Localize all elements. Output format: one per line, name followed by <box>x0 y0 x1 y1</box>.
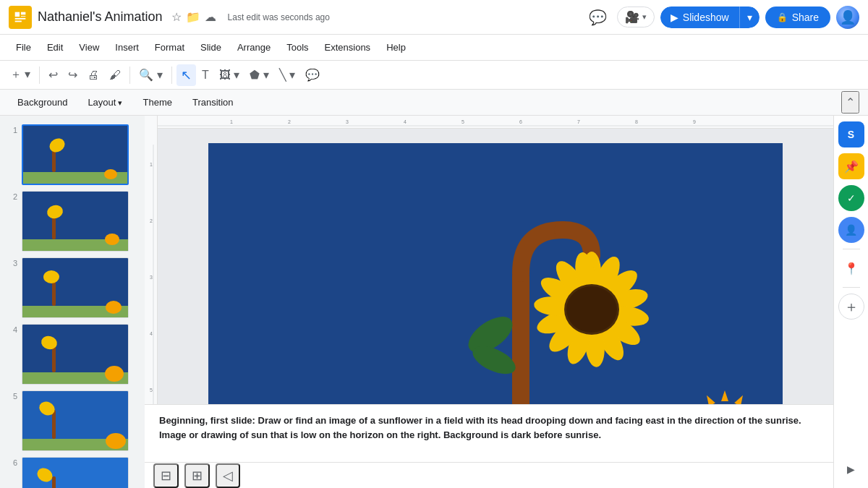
cloud-icon[interactable]: ☁ <box>205 10 216 24</box>
main-area: 1 2 <box>0 116 868 488</box>
menu-edit[interactable]: Edit <box>40 39 70 56</box>
transition-button[interactable]: Transition <box>184 94 242 111</box>
top-bar: Nathaniel's Animation ☆ 📁 ☁ Last edit wa… <box>0 0 868 35</box>
svg-rect-1 <box>21 12 25 14</box>
keep-icon[interactable]: 📌 <box>838 153 864 179</box>
print-button[interactable]: 🖨 <box>83 66 103 85</box>
svg-text:5: 5 <box>150 388 153 393</box>
expand-sidebar-button[interactable]: ▶ <box>838 456 864 482</box>
grid-view-small[interactable]: ⊟ <box>153 463 179 488</box>
svg-rect-0 <box>15 12 20 16</box>
menu-format[interactable]: Format <box>148 39 192 56</box>
user-avatar[interactable]: 👤 <box>836 6 859 29</box>
slide-item-4[interactable]: 4 <box>0 321 145 388</box>
slide-thumb-4 <box>22 324 129 385</box>
slide-panel: 1 2 <box>0 116 145 488</box>
zoom-button[interactable]: 🔍 ▾ <box>135 65 166 85</box>
folder-icon[interactable]: 📁 <box>186 10 200 24</box>
toolbar: ＋ ▾ ↩ ↪ 🖨 🖌 🔍 ▾ ↖ T 🖼 ▾ ⬟ ▾ ╲ ▾ 💬 <box>0 61 868 90</box>
vertical-ruler: 1 2 3 4 5 <box>145 116 158 404</box>
right-sidebar: S 📌 ✓ 👤 📍 ＋ ▶ <box>833 116 868 488</box>
sidebar-separator <box>843 249 860 249</box>
comment-tool[interactable]: 💬 <box>301 65 324 85</box>
toolbar-sep-1 <box>39 67 40 84</box>
svg-text:1: 1 <box>230 119 233 124</box>
menu-help[interactable]: Help <box>379 39 413 56</box>
svg-rect-2 <box>21 16 25 17</box>
slide-thumb-3 <box>22 257 129 318</box>
theme-button[interactable]: Theme <box>135 94 181 111</box>
tasks-icon[interactable]: ✓ <box>838 185 864 211</box>
sunflower-svg <box>208 143 783 404</box>
slideshow-button[interactable]: ▶ Slideshow <box>660 7 739 28</box>
shape-tool[interactable]: ⬟ ▾ <box>245 65 273 85</box>
share-button[interactable]: 🔒 Share <box>765 7 830 28</box>
note-area[interactable]: Beginning, first slide: Draw or find an … <box>145 404 833 462</box>
slideshow-dropdown[interactable]: ▾ <box>739 7 760 28</box>
star-icon[interactable]: ☆ <box>171 10 182 24</box>
select-tool[interactable]: ↖ <box>176 64 196 86</box>
menu-slide[interactable]: Slide <box>193 39 229 56</box>
sidebar-separator-2 <box>843 287 860 288</box>
collapse-toolbar-button[interactable]: ⌃ <box>841 91 859 114</box>
meet-button[interactable]: 🎥 ▾ <box>617 7 655 27</box>
doc-title: Nathaniel's Animation <box>38 9 163 25</box>
line-tool[interactable]: ╲ ▾ <box>275 65 299 85</box>
slide-num-6: 6 <box>6 457 17 467</box>
menu-arrange[interactable]: Arrange <box>230 39 278 56</box>
svg-marker-52 <box>704 393 715 404</box>
menu-view[interactable]: View <box>72 39 106 56</box>
svg-text:2: 2 <box>288 119 291 124</box>
svg-text:3: 3 <box>150 275 153 280</box>
menu-tools[interactable]: Tools <box>279 39 315 56</box>
slide-item-3[interactable]: 3 <box>0 254 145 321</box>
svg-rect-4 <box>15 20 22 22</box>
slide-canvas[interactable] <box>208 143 783 404</box>
canvas-wrapper: 1 2 3 4 5 1 2 3 4 <box>145 116 833 488</box>
svg-marker-49 <box>721 390 728 401</box>
slide-thumb-2 <box>22 191 129 252</box>
svg-rect-3 <box>15 17 26 19</box>
slide-thumb-6 <box>22 457 129 488</box>
maps-icon[interactable]: 📍 <box>838 255 864 281</box>
sheets-icon[interactable]: S <box>838 121 864 147</box>
add-addon-button[interactable]: ＋ <box>838 294 864 320</box>
grid-view-large[interactable]: ⊞ <box>184 463 210 488</box>
svg-text:9: 9 <box>693 119 696 124</box>
comment-button[interactable]: 💬 <box>584 4 611 30</box>
toolbar-sep-2 <box>129 67 130 84</box>
text-tool[interactable]: T <box>197 66 213 85</box>
menu-extensions[interactable]: Extensions <box>318 39 378 56</box>
slide-num-2: 2 <box>6 191 17 201</box>
image-tool[interactable]: 🖼 ▾ <box>215 65 244 85</box>
redo-button[interactable]: ↪ <box>64 65 82 85</box>
slide-num-5: 5 <box>6 390 17 401</box>
meet-dropdown-icon: ▾ <box>642 12 647 22</box>
svg-text:8: 8 <box>635 119 638 124</box>
slide-thumb-5 <box>22 390 129 451</box>
add-button[interactable]: ＋ ▾ <box>6 64 35 85</box>
slide-item-1[interactable]: 1 <box>0 121 145 188</box>
panel-toggle[interactable]: ◁ <box>216 463 240 488</box>
slide-item-2[interactable]: 2 <box>0 188 145 254</box>
app-logo[interactable] <box>9 6 32 29</box>
layout-button[interactable]: Layout <box>79 94 131 111</box>
slide-item-6[interactable]: 6 <box>0 454 145 488</box>
slide-scroll-area[interactable] <box>158 129 833 404</box>
svg-text:2: 2 <box>150 218 153 223</box>
contacts-icon[interactable]: 👤 <box>838 217 864 243</box>
lock-icon: 🔒 <box>777 12 788 22</box>
menu-insert[interactable]: Insert <box>108 39 146 56</box>
menu-bar: File Edit View Insert Format Slide Arran… <box>0 35 868 61</box>
background-button[interactable]: Background <box>9 94 76 111</box>
undo-button[interactable]: ↩ <box>44 65 62 85</box>
menu-file[interactable]: File <box>9 39 38 56</box>
svg-text:6: 6 <box>519 119 522 124</box>
paint-format-button[interactable]: 🖌 <box>105 66 125 85</box>
play-icon: ▶ <box>671 12 678 23</box>
svg-text:4: 4 <box>150 331 153 336</box>
note-text: Beginning, first slide: Draw or find an … <box>159 415 801 440</box>
slide-toolbar: Background Layout Theme Transition ⌃ <box>0 90 868 116</box>
svg-text:4: 4 <box>404 119 407 124</box>
slide-item-5[interactable]: 5 <box>0 388 145 454</box>
